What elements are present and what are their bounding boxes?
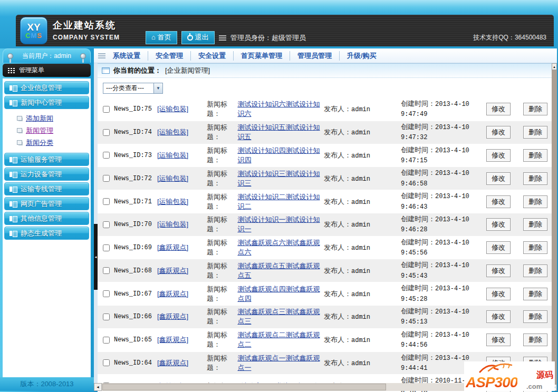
category-link[interactable]: [鑫跃观点] <box>157 266 207 276</box>
category-link[interactable]: [运输包装] <box>157 128 207 137</box>
row-checkbox[interactable] <box>103 152 110 159</box>
modify-button[interactable]: 修改 <box>486 126 511 139</box>
sidebar-collapse-handle[interactable]: ◄ <box>94 224 98 290</box>
sidebar-item-other-info[interactable]: 其他信息管理 <box>4 212 89 225</box>
news-title-link[interactable]: 测试鑫跃观点二测试鑫跃观点二 <box>237 330 324 349</box>
nav-item-system-settings[interactable]: 系统设置 <box>113 51 148 61</box>
chevron-down-icon[interactable]: ▼ <box>153 83 162 93</box>
home-button[interactable]: ⌂ 首页 <box>146 31 177 44</box>
nav-item-upgrade-purchase[interactable]: 升级/购买 <box>347 51 384 61</box>
row-checkbox[interactable] <box>103 337 110 344</box>
category-link[interactable]: [运输包装] <box>157 174 207 183</box>
category-link[interactable]: [运输包装] <box>157 104 207 114</box>
modify-button[interactable]: 修改 <box>486 195 511 208</box>
delete-button[interactable]: 删除 <box>523 172 547 185</box>
news-table-row: News_ID:66 [鑫跃观点] 新闻标题： 测试鑫跃观点三测试鑫跃观点三 发… <box>98 306 552 328</box>
category-link[interactable]: [运输包装] <box>157 197 207 207</box>
horizontal-scroll-thumb[interactable] <box>102 384 386 390</box>
category-link[interactable]: [鑫跃观点] <box>157 335 207 345</box>
news-title-link[interactable]: 测试设计知识四测试设计知识四 <box>237 146 324 165</box>
delete-button[interactable]: 删除 <box>523 310 547 323</box>
category-filter-select[interactable]: ---分类查看--- ▼ <box>103 83 163 94</box>
scroll-up-arrow[interactable]: ▲ <box>552 63 557 70</box>
news-title-link[interactable]: 测试鑫跃观点四测试鑫跃观点四 <box>237 285 324 303</box>
sidebar-item-capacity-equipment[interactable]: 运力设备管理 <box>4 168 89 181</box>
delete-button[interactable]: 删除 <box>523 103 547 115</box>
delete-button[interactable]: 删除 <box>523 218 547 231</box>
created-cell: 创建时间：2013-4-10 9:46:58 <box>401 168 485 189</box>
news-title-link[interactable]: 测试鑫跃观点五测试鑫跃观点五 <box>237 261 324 280</box>
news-title-link[interactable]: 测试鑫跃观点三测试鑫跃观点三 <box>237 307 324 326</box>
nav-item-home-menu-management[interactable]: 首页菜单管理 <box>241 51 290 61</box>
created-time: 9:45:56 <box>401 249 427 257</box>
news-title-link[interactable]: 测试设计知识六测试设计知识六 <box>237 100 324 119</box>
scroll-left-arrow[interactable]: ◄ <box>94 383 102 391</box>
category-link[interactable]: [鑫跃观点] <box>157 289 207 299</box>
sidebar-item-news-center[interactable]: 新闻中心管理 <box>4 96 89 109</box>
news-title-link[interactable]: 测试设计知识三测试设计知识三 <box>237 169 324 188</box>
category-link[interactable]: [鑫跃观点] <box>157 312 207 321</box>
modify-button[interactable]: 修改 <box>486 103 511 115</box>
app-header: XY CMS 企业建站系统 COMPANY SYSTEM ⌂ 首页 退出 管理员… <box>16 15 554 46</box>
modify-button[interactable]: 修改 <box>486 172 511 185</box>
row-checkbox[interactable] <box>103 359 110 366</box>
news-title-link[interactable]: 测试鑫跃观点六测试鑫跃观点六 <box>237 238 324 257</box>
delete-button[interactable]: 删除 <box>523 149 547 162</box>
news-id: News_ID:73 <box>114 152 157 159</box>
breadcrumb-location: [企业新闻管理] <box>165 66 210 75</box>
news-title-link[interactable]: 测试设计知识五测试设计知识五 <box>237 123 324 142</box>
row-actions: 修改 删除 <box>485 172 550 185</box>
row-checkbox[interactable] <box>103 313 110 320</box>
modify-button[interactable]: 修改 <box>486 334 511 346</box>
sidebar-item-web-ads[interactable]: 网页广告管理 <box>4 197 89 210</box>
publisher-value: admin <box>351 313 370 321</box>
delete-button[interactable]: 删除 <box>523 334 547 346</box>
created-date: 2013-4-10 <box>435 193 469 200</box>
nav-item-security-settings[interactable]: 安全设置 <box>198 51 234 61</box>
submenu-item-news-categories[interactable]: 新闻分类 <box>17 136 89 149</box>
category-link[interactable]: [运输包装] <box>157 151 207 160</box>
sidebar-item-transport-lines[interactable]: 运输专线管理 <box>4 182 89 195</box>
row-checkbox[interactable] <box>103 221 110 228</box>
exit-button[interactable]: 退出 <box>181 31 215 44</box>
vertical-scrollbar[interactable]: ▲ ▼ <box>552 63 557 391</box>
category-link[interactable]: [鑫跃观点] <box>157 243 207 252</box>
submenu-item-add-news[interactable]: 添加新闻 <box>17 112 89 124</box>
delete-button[interactable]: 删除 <box>523 195 547 208</box>
submenu-item-news-management[interactable]: 新闻管理 <box>17 124 89 136</box>
filter-row: ---分类查看--- ▼ <box>98 78 552 97</box>
delete-button[interactable]: 删除 <box>523 241 547 254</box>
row-checkbox[interactable] <box>103 106 110 113</box>
row-checkbox[interactable] <box>103 244 110 251</box>
modify-button[interactable]: 修改 <box>486 288 511 300</box>
delete-button[interactable]: 删除 <box>523 126 547 139</box>
sidebar-item-company-info[interactable]: 企业信息管理 <box>4 81 89 94</box>
row-checkbox[interactable] <box>103 267 110 274</box>
modify-button[interactable]: 修改 <box>486 264 511 277</box>
news-title-link[interactable]: 测试设计知识二测试设计知识二 <box>237 192 324 211</box>
row-checkbox[interactable] <box>103 129 110 136</box>
nav-item-admin-management[interactable]: 管理员管理 <box>297 51 340 61</box>
delete-button[interactable]: 删除 <box>523 264 547 277</box>
news-title-link[interactable]: 测试设计知识一测试设计知识一 <box>237 215 324 234</box>
publisher-value: admin <box>351 244 370 252</box>
category-link[interactable]: [鑫跃观点] <box>157 358 207 368</box>
book-icon <box>9 85 16 91</box>
news-title-link[interactable]: 测试鑫跃观点一测试鑫跃观点一 <box>237 354 324 373</box>
row-checkbox[interactable] <box>103 175 110 182</box>
submenu-link-news-categories[interactable]: 新闻分类 <box>26 138 53 148</box>
submenu-link-add-news[interactable]: 添加新闻 <box>26 114 53 123</box>
submenu-link-news-management[interactable]: 新闻管理 <box>26 126 53 135</box>
title-label: 新闻标题： <box>207 285 237 303</box>
row-checkbox[interactable] <box>103 198 110 205</box>
row-checkbox[interactable] <box>103 290 110 297</box>
modify-button[interactable]: 修改 <box>486 310 511 323</box>
nav-item-security-management[interactable]: 安全管理 <box>156 51 191 61</box>
category-link[interactable]: [运输包装] <box>157 220 207 229</box>
delete-button[interactable]: 删除 <box>523 288 547 300</box>
modify-button[interactable]: 修改 <box>486 149 511 162</box>
sidebar-item-transport-service[interactable]: 运输服务管理 <box>4 153 89 166</box>
sidebar-item-static-generation[interactable]: 静态生成管理 <box>4 227 89 240</box>
modify-button[interactable]: 修改 <box>486 241 511 254</box>
modify-button[interactable]: 修改 <box>486 218 511 231</box>
